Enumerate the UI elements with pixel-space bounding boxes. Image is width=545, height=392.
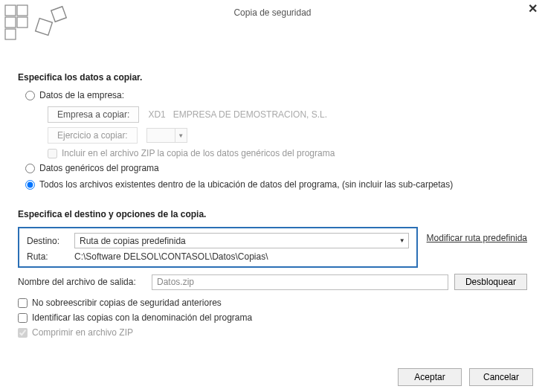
modify-route-link[interactable]: Modificar ruta predefinida (427, 233, 527, 243)
output-filename-value: Datos.zip (157, 277, 194, 287)
svg-rect-0 (5, 5, 16, 16)
radio-datos-genericos-row[interactable]: Datos genéricos del programa (18, 163, 527, 173)
ruta-value: C:\Software DELSOL\CONTASOL\Datos\Copias… (74, 251, 268, 262)
svg-rect-3 (17, 17, 28, 28)
output-filename-input[interactable]: Datos.zip (152, 274, 448, 290)
identify-label: Identificar las copias con la denominaci… (32, 312, 252, 323)
radio-todos-archivos-label: Todos los archivos existentes dentro de … (39, 179, 453, 190)
identify-checkbox[interactable] (18, 313, 28, 323)
section-specify-dest: Especifica el destino y opciones de la c… (18, 209, 527, 219)
accept-button[interactable]: Aceptar (398, 368, 462, 386)
include-zip-label: Incluir en el archivo ZIP la copia de lo… (62, 148, 335, 158)
output-filename-label: Nombre del archivo de salida: (18, 277, 152, 287)
close-icon[interactable]: ✕ (528, 1, 538, 16)
compress-zip-checkbox (18, 328, 28, 338)
unlock-button[interactable]: Desbloquear (454, 274, 527, 290)
compress-zip-label: Comprimir en archivo ZIP (32, 327, 133, 338)
no-overwrite-label: No sobreescribir copias de seguridad ant… (32, 298, 222, 308)
radio-todos-row[interactable]: Todos los archivos existentes dentro de … (18, 179, 527, 190)
empresa-copiar-button[interactable]: Empresa a copiar: (48, 106, 139, 123)
svg-rect-1 (17, 5, 28, 16)
empresa-name: EMPRESA DE DEMOSTRACION, S.L. (173, 109, 327, 120)
svg-rect-5 (36, 19, 53, 36)
section-specify-data: Especifica los datos a copiar. (18, 72, 527, 83)
content: Especifica los datos a copiar. Datos de … (0, 21, 545, 338)
chevron-down-icon: ▼ (175, 129, 187, 142)
radio-datos-empresa-row[interactable]: Datos de la empresa: (18, 90, 527, 100)
ejercicio-select: ▼ (146, 128, 187, 143)
radio-datos-empresa-label: Datos de la empresa: (39, 90, 124, 100)
destino-select[interactable]: Ruta de copias predefinida ▼ (74, 233, 409, 248)
svg-rect-2 (5, 17, 16, 28)
radio-datos-empresa[interactable] (25, 91, 35, 100)
radio-datos-genericos-label: Datos genéricos del programa (39, 163, 159, 173)
empresa-block: Empresa a copiar: XD1 EMPRESA DE DEMOSTR… (18, 106, 527, 158)
radio-datos-genericos[interactable] (25, 164, 35, 173)
cancel-button[interactable]: Cancelar (469, 368, 533, 386)
title-bar: Copia de seguridad ✕ (0, 0, 545, 21)
ruta-label: Ruta: (27, 251, 74, 262)
destino-label: Destino: (27, 236, 74, 246)
destino-value: Ruta de copias predefinida (80, 236, 186, 246)
destination-box: Destino: Ruta de copias predefinida ▼ Ru… (18, 227, 418, 268)
no-overwrite-checkbox[interactable] (18, 298, 28, 308)
chevron-down-icon: ▼ (399, 237, 405, 244)
empresa-code: XD1 (148, 109, 165, 120)
svg-rect-6 (51, 7, 67, 22)
include-zip-checkbox (48, 149, 57, 158)
app-logo-icon (4, 4, 71, 48)
svg-rect-4 (5, 29, 16, 39)
window-title: Copia de seguridad (233, 7, 311, 18)
dialog-buttons: Aceptar Cancelar (398, 368, 533, 386)
radio-todos-archivos[interactable] (25, 180, 35, 190)
ejercicio-copiar-button: Ejercicio a copiar: (48, 127, 138, 144)
